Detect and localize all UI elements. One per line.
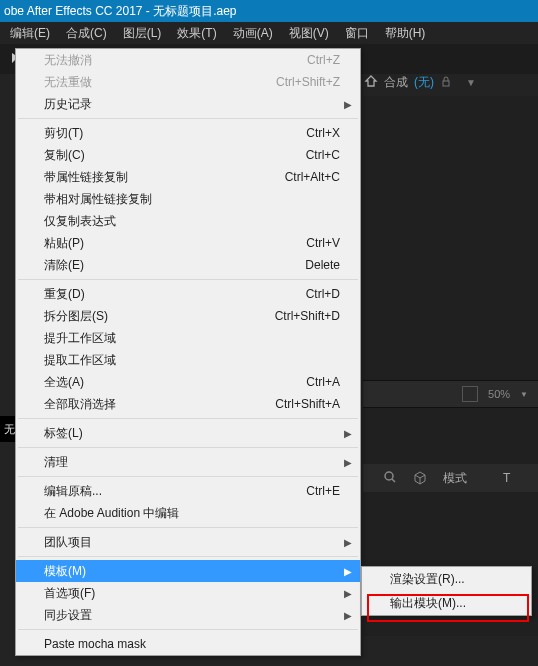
menu-separator — [18, 418, 358, 419]
menu-edit[interactable]: 编辑(E) — [10, 25, 50, 42]
menu-separator — [18, 447, 358, 448]
menu-item-sync[interactable]: 同步设置▶ — [16, 604, 360, 626]
menu-item-copyprop[interactable]: 带属性链接复制Ctrl+Alt+C — [16, 166, 360, 188]
dropdown-arrow-icon[interactable]: ▼ — [466, 77, 476, 88]
comp-breadcrumb: 合成 (无) ▼ — [364, 70, 476, 94]
menu-effect[interactable]: 效果(T) — [177, 25, 216, 42]
menu-item-lift[interactable]: 提升工作区域 — [16, 327, 360, 349]
menu-item-mocha[interactable]: Paste mocha mask — [16, 633, 360, 655]
zoom-value[interactable]: 50% — [488, 388, 510, 400]
menu-item-editorig[interactable]: 编辑原稿...Ctrl+E — [16, 480, 360, 502]
home-icon[interactable] — [364, 74, 378, 91]
menu-item-undo[interactable]: 无法撤消Ctrl+Z — [16, 49, 360, 71]
menu-separator — [18, 279, 358, 280]
main-menubar: 编辑(E) 合成(C) 图层(L) 效果(T) 动画(A) 视图(V) 窗口 帮… — [0, 22, 538, 44]
menu-separator — [18, 527, 358, 528]
menu-item-prefs[interactable]: 首选项(F)▶ — [16, 582, 360, 604]
viewer-panel — [363, 96, 538, 636]
menu-item-split[interactable]: 拆分图层(S)Ctrl+Shift+D — [16, 305, 360, 327]
menu-separator — [18, 476, 358, 477]
menu-item-templates[interactable]: 模板(M)▶ — [16, 560, 360, 582]
menu-item-copy[interactable]: 复制(C)Ctrl+C — [16, 144, 360, 166]
menu-item-cut[interactable]: 剪切(T)Ctrl+X — [16, 122, 360, 144]
search-icon[interactable] — [383, 470, 397, 487]
menu-item-desel[interactable]: 全部取消选择Ctrl+Shift+A — [16, 393, 360, 415]
breadcrumb-label: 合成 — [384, 74, 408, 91]
menu-item-copyrel[interactable]: 带相对属性链接复制 — [16, 188, 360, 210]
title-bar: obe After Effects CC 2017 - 无标题项目.aep — [0, 0, 538, 22]
zoom-arrow-icon[interactable]: ▼ — [520, 390, 528, 399]
menu-anim[interactable]: 动画(A) — [233, 25, 273, 42]
menu-item-dup[interactable]: 重复(D)Ctrl+D — [16, 283, 360, 305]
timeline-header: 模式 T — [363, 464, 538, 492]
edit-dropdown-menu: 无法撤消Ctrl+Z 无法重做Ctrl+Shift+Z 历史记录▶ 剪切(T)C… — [15, 48, 361, 656]
menu-comp[interactable]: 合成(C) — [66, 25, 107, 42]
menu-help[interactable]: 帮助(H) — [385, 25, 426, 42]
cube-icon[interactable] — [413, 471, 427, 485]
menu-window[interactable]: 窗口 — [345, 25, 369, 42]
menu-item-paste[interactable]: 粘贴(P)Ctrl+V — [16, 232, 360, 254]
svg-line-2 — [392, 479, 395, 482]
lock-icon[interactable] — [440, 75, 452, 90]
menu-view[interactable]: 视图(V) — [289, 25, 329, 42]
menu-separator — [18, 629, 358, 630]
menu-item-clear[interactable]: 清除(E)Delete — [16, 254, 360, 276]
menu-separator — [18, 118, 358, 119]
menu-item-history[interactable]: 历史记录▶ — [16, 93, 360, 115]
menu-item-purge[interactable]: 清理▶ — [16, 451, 360, 473]
menu-item-redo[interactable]: 无法重做Ctrl+Shift+Z — [16, 71, 360, 93]
t-label: T — [503, 471, 510, 485]
menu-layer[interactable]: 图层(L) — [123, 25, 162, 42]
menu-item-team[interactable]: 团队项目▶ — [16, 531, 360, 553]
svg-point-1 — [385, 472, 393, 480]
menu-item-selall[interactable]: 全选(A)Ctrl+A — [16, 371, 360, 393]
breadcrumb-none: (无) — [414, 74, 434, 91]
submenu-output-module[interactable]: 输出模块(M)... — [362, 591, 531, 615]
svg-rect-0 — [443, 81, 449, 86]
mode-label: 模式 — [443, 470, 467, 487]
menu-item-extract[interactable]: 提取工作区域 — [16, 349, 360, 371]
templates-submenu: 渲染设置(R)... 输出模块(M)... — [361, 566, 532, 616]
menu-item-copyexpr[interactable]: 仅复制表达式 — [16, 210, 360, 232]
viewer-status-bar: 50% ▼ — [363, 380, 538, 408]
menu-item-labels[interactable]: 标签(L)▶ — [16, 422, 360, 444]
menu-separator — [18, 556, 358, 557]
transparency-grid-icon[interactable] — [462, 386, 478, 402]
submenu-render-settings[interactable]: 渲染设置(R)... — [362, 567, 531, 591]
menu-item-audition[interactable]: 在 Adobe Audition 中编辑 — [16, 502, 360, 524]
